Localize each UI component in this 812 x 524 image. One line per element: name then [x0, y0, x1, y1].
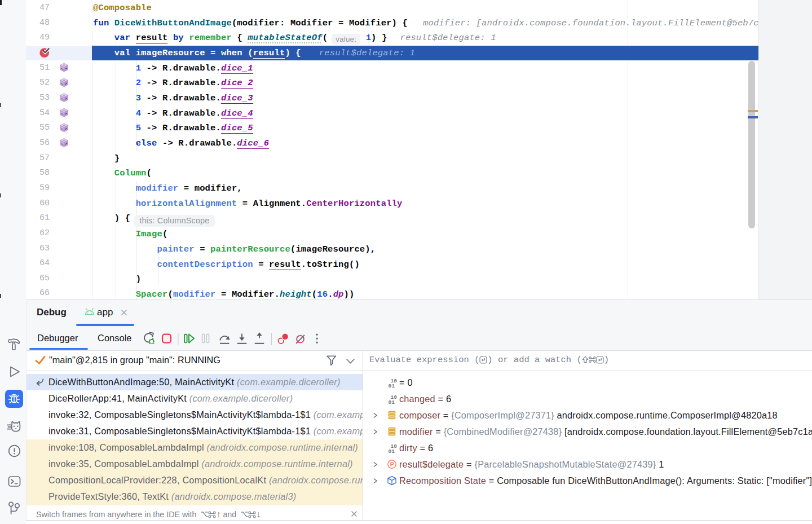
svg-text:P: P: [390, 461, 394, 468]
svg-text:01: 01: [389, 448, 395, 453]
svg-text:01: 01: [389, 399, 395, 404]
svg-text:01: 01: [389, 383, 395, 388]
